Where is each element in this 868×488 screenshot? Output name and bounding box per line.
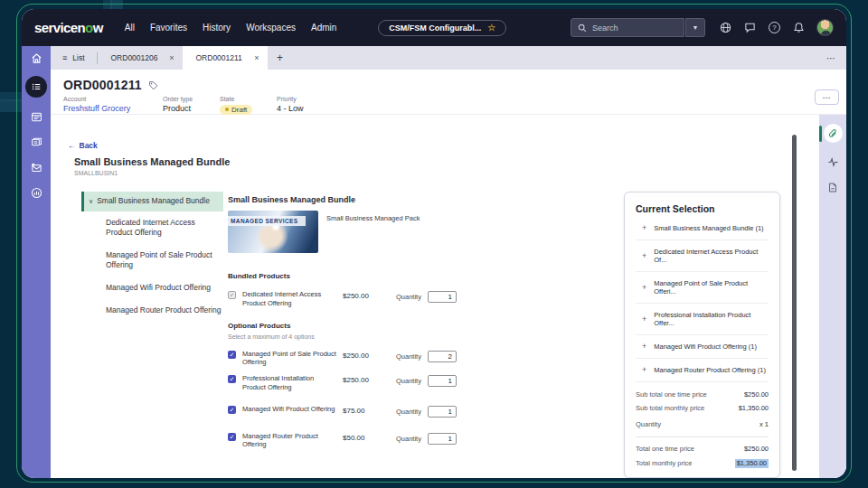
product-price: $250.00 [343,352,388,360]
record-number: ORD0001211 [63,78,142,92]
chat-icon[interactable] [744,22,756,33]
tree-item-point-of-sale[interactable]: Managed Point of Sale Product Offering [81,244,223,277]
window-body: ≡ List ORD0001206 × ORD0001211 × + ⋯ OR [22,46,846,478]
app-scope-pill[interactable]: CSM/FSM Configurabl... ☆ [378,20,506,36]
record-fields: Account Freshstuff Grocery Order type Pr… [63,96,834,115]
help-icon[interactable]: ? [769,22,780,33]
subtotal-onetime-label: Sub total one time price [636,390,708,399]
current-selection-panel: Current Selection +Small Business Manage… [624,192,780,478]
home-icon[interactable] [22,46,51,70]
left-sidebar [22,46,51,478]
document-icon[interactable] [827,182,838,193]
list-menu-icon[interactable] [25,76,47,98]
user-avatar[interactable] [816,19,834,36]
tree-item-router[interactable]: Managed Router Product Offering [81,299,223,322]
quantity-label: Quantity [396,293,426,301]
selection-item[interactable]: +Professional Installation Product Offer… [636,304,769,335]
account-link[interactable]: Freshstuff Grocery [63,104,146,113]
attachments-icon[interactable] [824,124,843,143]
nav-item-all[interactable]: All [125,23,135,33]
optional-products-heading: Optional Products [228,322,499,330]
app-scope-label: CSM/FSM Configurabl... [389,23,481,33]
tab-overflow-icon[interactable]: ⋯ [816,53,846,63]
selection-item[interactable]: +Dedicated Internet Access Product Of... [636,240,769,272]
selection-item-label: Dedicated Internet Access Product Of... [654,248,769,264]
quantity-input[interactable] [428,351,457,362]
total-onetime-value: $250.00 [744,445,769,454]
checkbox-checked[interactable] [228,433,236,441]
selection-item[interactable]: +Managed Point of Sale Product Offeri... [636,272,769,304]
tree-item-label: Small Business Managed Bundle [97,196,210,206]
vertical-scrollbar[interactable] [792,135,797,471]
product-price: $250.00 [343,376,388,384]
nav-item-favorites[interactable]: Favorites [150,23,187,33]
selection-item[interactable]: +Managed Router Product Offering (1) [636,359,769,382]
detail-title: Small Business Managed Bundle [228,195,499,204]
notification-bell-icon[interactable] [793,22,805,33]
active-rail-indicator [819,126,822,142]
status-dot-icon [225,108,229,111]
tree-item-dedicated-internet[interactable]: Dedicated Internet Access Product Offeri… [81,211,223,244]
chevron-down-icon: ▼ [693,24,699,31]
tab-ord0001211[interactable]: ORD0001211 × [183,46,268,70]
search-placeholder: Search [592,23,618,33]
nav-item-admin[interactable]: Admin [311,23,336,33]
search-icon [578,23,587,33]
plus-icon: + [642,343,646,351]
bundle-image-text: MANAGED SERVICES [228,216,306,226]
quantity-input[interactable] [428,375,457,387]
product-name: Managed Wifi Product Offering [242,405,336,414]
list-icon: ≡ [62,53,67,62]
form-panel-icon[interactable] [31,111,42,123]
close-icon[interactable]: × [254,53,259,62]
nav-menu: All Favorites History Workspaces Admin [125,23,337,33]
servicenow-logo: servicenow [34,20,103,35]
tab-list[interactable]: ≡ List [51,46,97,70]
state-badge: Draft [220,105,252,115]
selection-item[interactable]: +Small Business Managed Bundle (1) [636,217,769,240]
inbox-icon[interactable] [31,162,42,174]
quantity-input[interactable] [428,433,457,445]
product-price: $75.00 [343,407,388,415]
screens-icon[interactable] [31,136,42,148]
selection-item[interactable]: +Managed Wifi Product Offering (1) [636,335,769,359]
quantity-input[interactable] [428,406,457,418]
search-input[interactable]: Search [571,18,684,37]
checkbox-checked[interactable] [228,375,236,383]
reports-icon[interactable] [31,187,42,199]
product-price: $50.00 [343,434,388,442]
field-label: State [220,96,260,102]
optional-product-row: Professional Installation Product Offeri… [228,374,499,392]
subtotal-monthly-label: Sub total monthly price [636,404,708,413]
field-label: Account [63,96,146,102]
favorite-star-icon[interactable]: ☆ [487,23,495,33]
nav-item-workspaces[interactable]: Workspaces [246,23,296,33]
activity-stream-icon[interactable] [827,156,839,168]
tag-icon[interactable] [148,80,158,90]
checkbox-checked[interactable] [228,406,236,414]
chevron-down-icon: ∨ [89,197,93,206]
order-type-value: Product [163,104,203,113]
globe-icon[interactable] [720,22,731,33]
total-monthly-value: $1,350.00 [735,459,769,468]
more-actions-button[interactable]: ⋯ [815,89,839,105]
quantity-input[interactable] [428,291,457,303]
search-scope-dropdown[interactable]: ▼ [685,18,705,37]
back-link[interactable]: ← Back [68,141,98,150]
new-tab-button[interactable]: + [268,46,293,70]
bundled-product-row: Dedicated Internet Access Product Offeri… [228,290,499,308]
nav-item-history[interactable]: History [203,23,231,33]
tab-ord0001206[interactable]: ORD0001206 × [98,46,183,70]
top-nav: servicenow All Favorites History Workspa… [22,9,846,46]
close-icon[interactable]: × [169,53,174,62]
more-icon: ⋯ [823,93,832,102]
selection-item-label: Managed Router Product Offering (1) [654,366,766,374]
tab-label: ORD0001206 [111,53,158,62]
quantity-label: Quantity [396,352,426,361]
checkbox-checked-disabled [228,291,236,299]
checkbox-checked[interactable] [228,351,236,359]
current-selection-title: Current Selection [636,203,769,214]
tree-item-wifi[interactable]: Managed Wifi Product Offering [81,277,223,299]
main-column: ≡ List ORD0001206 × ORD0001211 × + ⋯ OR [51,46,846,478]
tree-item-bundle[interactable]: ∨ Small Business Managed Bundle [81,192,223,211]
